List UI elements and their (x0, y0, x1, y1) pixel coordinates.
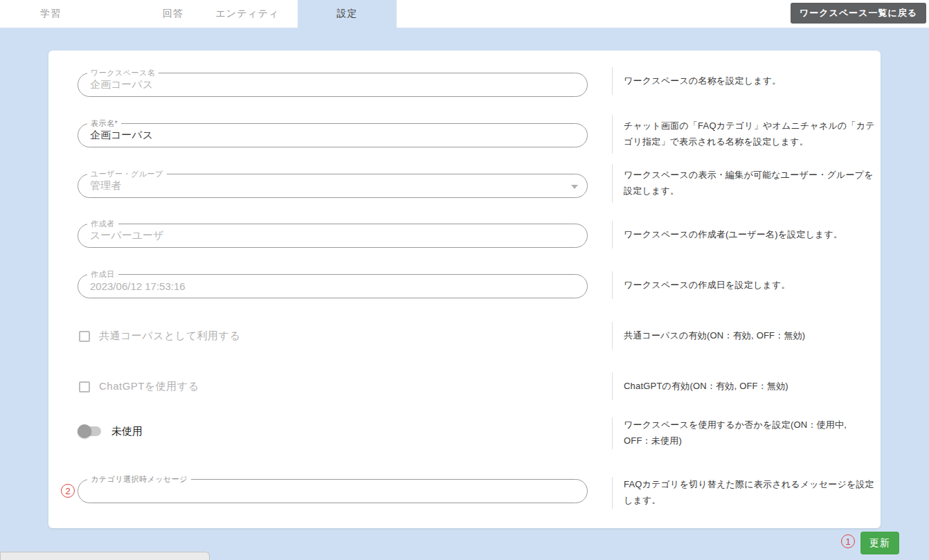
annotation-circle-1: 1 (841, 534, 855, 548)
annotation-circle-2: 2 (61, 484, 75, 498)
creator-value: スーパーユーザ (90, 224, 559, 247)
settings-card: ワークスペース名 企画コーパス ワークスペースの名称を設定します。 表示名* 企… (48, 51, 881, 528)
workspace-name-description: ワークスペースの名称を設定します。 (612, 67, 875, 95)
display-name-description: チャット画面の「FAQカテゴリ」やオムニチャネルの「カテゴリ指定」で表示される名… (612, 115, 875, 154)
clipped-status-tooltip (0, 552, 210, 560)
user-group-description: ワークスペースの表示・編集が可能なユーザー・グループを設定します。 (612, 164, 875, 203)
tab-settings[interactable]: 設定 (298, 0, 397, 28)
category-message-field[interactable]: カテゴリ選択時メッセージ (78, 479, 588, 503)
display-name-value: 企画コーパス (90, 124, 559, 147)
chevron-down-icon (571, 185, 578, 189)
common-corpus-checkbox-label: 共通コーパスとして利用する (99, 329, 240, 343)
tab-learning[interactable]: 学習 (12, 0, 89, 28)
usage-switch-row[interactable]: 未使用 (78, 424, 143, 438)
creation-date-field: 作成日 2023/06/12 17:53:16 (78, 274, 588, 298)
user-group-select: ユーザー・グループ 管理者 (78, 174, 588, 198)
tab-entities[interactable]: エンティティ (211, 0, 284, 28)
usage-description: ワークスペースを使用するか否かを設定(ON：使用中, OFF：未使用) (612, 417, 875, 449)
usage-switch-label: 未使用 (111, 425, 143, 438)
creation-date-description: ワークスペースの作成日を設定します。 (612, 271, 875, 299)
creation-date-value: 2023/06/12 17:53:16 (90, 275, 559, 298)
tab-answers[interactable]: 回答 (135, 0, 211, 28)
tab-bar: 学習 回答 エンティティ 設定 ワークスペース一覧に戻る (0, 0, 929, 28)
switch-thumb[interactable] (78, 424, 91, 438)
chatgpt-checkbox-row[interactable]: ChatGPTを使用する (79, 380, 199, 393)
workspace-name-value: 企画コーパス (90, 73, 559, 96)
common-corpus-description: 共通コーパスの有効(ON：有効, OFF：無効) (612, 322, 875, 350)
creator-description: ワークスペースの作成者(ユーザー名)を設定します。 (612, 221, 875, 249)
common-corpus-checkbox[interactable] (79, 331, 90, 342)
common-corpus-checkbox-row[interactable]: 共通コーパスとして利用する (79, 329, 240, 343)
creator-field: 作成者 スーパーユーザ (78, 224, 588, 248)
back-to-workspace-list-button[interactable]: ワークスペース一覧に戻る (791, 3, 926, 24)
display-name-field[interactable]: 表示名* 企画コーパス (78, 123, 588, 147)
usage-toggle-switch[interactable] (78, 424, 101, 438)
user-group-value: 管理者 (90, 174, 559, 197)
chatgpt-description: ChatGPTの有効(ON：有効, OFF：無効) (612, 372, 875, 400)
update-button[interactable]: 更新 (860, 532, 899, 554)
category-message-description: FAQカテゴリを切り替えた際に表示されるメッセージを設定します。 (612, 477, 875, 509)
workspace-name-field: ワークスペース名 企画コーパス (78, 73, 588, 97)
category-message-value (90, 480, 559, 503)
chatgpt-checkbox[interactable] (79, 381, 90, 392)
chatgpt-checkbox-label: ChatGPTを使用する (99, 380, 199, 393)
